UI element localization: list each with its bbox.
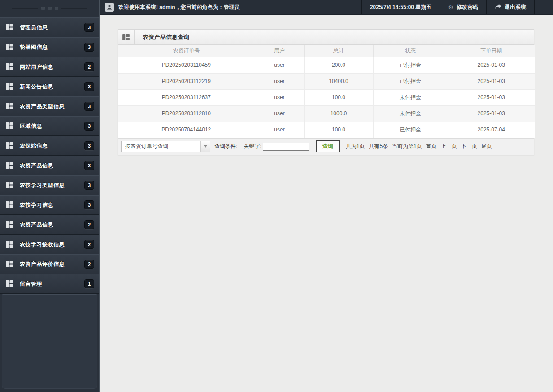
grid-icon xyxy=(6,182,14,189)
grid-icon xyxy=(6,24,14,31)
sidebar-item[interactable]: 轮播图信息3 xyxy=(0,37,99,57)
sidebar-item-label: 新闻公告信息 xyxy=(20,83,84,91)
filter-select[interactable]: 按农资订单号查询 xyxy=(121,141,210,152)
sidebar-item[interactable]: 农资产品信息3 xyxy=(0,156,99,175)
sidebar-item-label: 农资产品信息 xyxy=(20,221,84,229)
grid-icon xyxy=(6,103,14,110)
orders-table: 农资订单号用户总计状态下单日期 PD20250203110459user200.… xyxy=(118,45,535,138)
condition-label: 查询条件: xyxy=(214,143,237,150)
topbar-right: 2025/7/4 14:55:00 星期五 ⚙ 修改密码 退出系统 xyxy=(361,0,553,14)
table-cell: 已付押金 xyxy=(373,73,448,89)
table-cell: 2025-01-03 xyxy=(448,105,535,122)
table-cell: PD20250203112637 xyxy=(118,89,255,105)
gear-icon: ⚙ xyxy=(448,4,453,11)
table-cell: PD20250203112810 xyxy=(118,105,255,122)
sidebar-item-badge: 3 xyxy=(84,200,94,209)
sidebar-item-badge: 2 xyxy=(84,220,94,229)
table-cell: 2025-01-03 xyxy=(448,57,535,73)
table-row[interactable]: PD20250203110459user200.0已付押金2025-01-03 xyxy=(118,57,535,73)
pagination-current-page: 当前为第1页 xyxy=(392,143,422,150)
sidebar-nav: 管理员信息3轮播图信息3网站用户信息2新闻公告信息3农资产品类型信息3区域信息3… xyxy=(0,17,99,294)
sidebar-item[interactable]: 农技学习类型信息3 xyxy=(0,175,99,195)
sidebar-item-label: 农保站信息 xyxy=(20,142,84,150)
sidebar-item-label: 农资产品评价信息 xyxy=(20,261,84,268)
table-cell: 2025-07-04 xyxy=(448,122,535,138)
app-window: 管理员信息3轮播图信息3网站用户信息2新闻公告信息3农资产品类型信息3区域信息3… xyxy=(0,0,553,392)
panel-title: 农资产品信息查询 xyxy=(143,33,189,41)
sidebar-item-label: 农资产品类型信息 xyxy=(20,103,84,110)
grid-icon xyxy=(118,30,135,44)
table-cell: 10400.0 xyxy=(304,73,373,89)
sidebar-item-badge: 2 xyxy=(84,260,94,269)
grid-icon xyxy=(6,201,14,209)
pagination-first[interactable]: 首页 xyxy=(426,143,437,150)
keyword-label: 关键字: xyxy=(244,143,261,150)
table-cell: PD20250203110459 xyxy=(118,57,255,73)
sidebar-item[interactable]: 农资产品评价信息2 xyxy=(0,254,99,274)
topbar-spacer xyxy=(534,0,553,14)
grid-icon xyxy=(6,221,14,228)
dot-icon xyxy=(48,7,52,10)
datetime-display: 2025/7/4 14:55:00 星期五 xyxy=(361,0,440,14)
table-cell: user xyxy=(255,57,304,73)
table-row[interactable]: PD20250203112810user1000.0未付押金2025-01-03 xyxy=(118,105,535,122)
sidebar-item[interactable]: 农保站信息3 xyxy=(0,136,99,156)
topbar: 欢迎使用本系统! admin，您目前的角色为：管理员 2025/7/4 14:5… xyxy=(100,0,553,15)
table-cell: user xyxy=(255,73,304,89)
sidebar-item-badge: 3 xyxy=(84,122,94,131)
table-header-row: 农资订单号用户总计状态下单日期 xyxy=(118,45,535,57)
table-row[interactable]: PD20250203112219user10400.0已付押金2025-01-0… xyxy=(118,73,535,89)
grid-icon xyxy=(6,142,14,149)
change-password-button[interactable]: ⚙ 修改密码 xyxy=(440,0,486,14)
table-cell: 100.0 xyxy=(304,122,373,138)
sidebar-item-label: 农技学习信息 xyxy=(20,201,84,209)
sidebar-item[interactable]: 农技学习接收信息2 xyxy=(0,235,99,254)
pagination-next[interactable]: 下一页 xyxy=(461,143,477,150)
sidebar-item-badge: 3 xyxy=(84,181,94,190)
table-cell: 2025-01-03 xyxy=(448,89,535,105)
column-header: 农资订单号 xyxy=(118,45,255,57)
logout-button[interactable]: 退出系统 xyxy=(486,0,534,14)
sidebar-item-badge: 3 xyxy=(84,82,94,91)
sidebar-item-label: 农资产品信息 xyxy=(20,162,84,170)
pagination-last[interactable]: 尾页 xyxy=(481,143,492,150)
sidebar-item[interactable]: 区域信息3 xyxy=(0,116,99,136)
sidebar-item[interactable]: 网站用户信息2 xyxy=(0,57,99,77)
sidebar-item[interactable]: 新闻公告信息3 xyxy=(0,77,99,96)
sidebar-header xyxy=(0,0,99,17)
keyword-input[interactable] xyxy=(263,143,309,151)
logout-label: 退出系统 xyxy=(505,4,526,11)
search-button[interactable]: 查询 xyxy=(316,140,340,152)
sidebar-item-label: 区域信息 xyxy=(20,122,84,130)
sidebar-item[interactable]: 农资产品信息2 xyxy=(0,215,99,235)
sidebar-item-label: 管理员信息 xyxy=(20,24,84,31)
table-row[interactable]: PD20250704144012user100.0已付押金2025-07-04 xyxy=(118,122,535,138)
pagination-total-pages: 共为1页 xyxy=(346,143,365,150)
sidebar-item-label: 网站用户信息 xyxy=(20,63,84,71)
sidebar-footer-panel xyxy=(2,294,97,389)
table-cell: 已付押金 xyxy=(373,57,448,73)
sidebar-item[interactable]: 管理员信息3 xyxy=(0,17,99,37)
sidebar-item-badge: 1 xyxy=(84,279,94,288)
grid-icon xyxy=(6,261,14,268)
sidebar-item-badge: 3 xyxy=(84,141,94,150)
sidebar-item[interactable]: 农资产品类型信息3 xyxy=(0,96,99,116)
topbar-left: 欢迎使用本系统! admin，您目前的角色为：管理员 xyxy=(100,0,361,14)
main-content: 农资产品信息查询 农资订单号用户总计状态下单日期 PD2025020311045… xyxy=(100,15,553,392)
welcome-text: 欢迎使用本系统! admin，您目前的角色为：管理员 xyxy=(118,4,240,11)
column-header: 状态 xyxy=(373,45,448,57)
table-row[interactable]: PD20250203112637user100.0未付押金2025-01-03 xyxy=(118,89,535,105)
forward-arrow-icon xyxy=(495,4,501,10)
datetime-text: 2025/7/4 14:55:00 星期五 xyxy=(370,4,431,11)
sidebar-item-badge: 2 xyxy=(84,240,94,249)
table-cell: 2025-01-03 xyxy=(448,73,535,89)
sidebar-item[interactable]: 农技学习信息3 xyxy=(0,195,99,215)
sidebar-item-badge: 3 xyxy=(84,43,94,52)
sidebar-item[interactable]: 留言管理1 xyxy=(0,274,99,294)
grid-icon xyxy=(6,63,14,70)
column-header: 用户 xyxy=(255,45,304,57)
pagination-prev[interactable]: 上一页 xyxy=(441,143,457,150)
dot-icon xyxy=(41,7,45,10)
column-header: 下单日期 xyxy=(448,45,535,57)
query-panel: 农资产品信息查询 农资订单号用户总计状态下单日期 PD2025020311045… xyxy=(118,29,534,155)
